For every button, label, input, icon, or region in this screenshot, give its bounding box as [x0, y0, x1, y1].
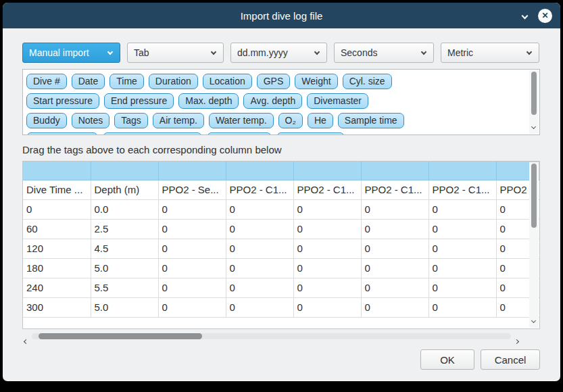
tag-date[interactable]: Date [72, 74, 105, 89]
table-cell: 0 [293, 239, 361, 258]
table-cell: 0 [158, 239, 226, 258]
tag-buddy[interactable]: Buddy [26, 113, 67, 128]
preview-table: Dive Time ...Depth (m)PPO2 - Se...PPO2 -… [22, 161, 540, 329]
tag-weight[interactable]: Weight [295, 74, 337, 89]
table-cell: 0 [293, 297, 361, 317]
tag-row: Sample depthSample temperatureSample pO₂… [25, 130, 526, 135]
tag-sample-depth[interactable]: Sample depth [26, 132, 98, 135]
tag-duration[interactable]: Duration [149, 74, 198, 89]
drop-target-cell[interactable] [158, 162, 226, 180]
table-cell: 240 [23, 278, 91, 297]
drop-target-cell[interactable] [293, 162, 361, 180]
tag-pool-scrollbar[interactable] [529, 70, 539, 134]
column-header: Dive Time ... [23, 180, 91, 199]
dialog-content: Manual import Tab dd.mm.yyyy Seconds Met… [3, 28, 560, 370]
chevron-down-icon [527, 49, 532, 54]
csv-preview: Dive Time ...Depth (m)PPO2 - Se...PPO2 -… [23, 162, 540, 318]
scroll-down-icon[interactable] [532, 119, 535, 131]
tag-sample-po[interactable]: Sample pO₂ [207, 132, 271, 135]
units-value: Metric [447, 47, 473, 58]
scrollbar-handle[interactable] [531, 164, 537, 228]
scrollbar-handle[interactable] [39, 333, 202, 339]
scroll-down-icon[interactable] [532, 313, 535, 325]
date-format-select[interactable]: dd.mm.yyyy [230, 43, 327, 63]
drop-target-cell[interactable] [361, 162, 429, 180]
column-header-row: Dive Time ...Depth (m)PPO2 - Se...PPO2 -… [23, 180, 540, 199]
tag-row: Dive #DateTimeDurationLocationGPSWeightC… [25, 72, 526, 91]
column-header: PPO2 - C1... [429, 180, 496, 199]
table-cell: 0 [226, 239, 293, 258]
date-format-value: dd.mm.yyyy [237, 47, 288, 58]
table-row: 1204.5000000 [23, 239, 540, 258]
table-cell: 5.0 [91, 297, 158, 317]
tag-sample-temperature[interactable]: Sample temperature [103, 132, 202, 135]
ok-button[interactable]: OK [420, 349, 474, 370]
window-title: Import dive log file [3, 10, 560, 22]
tag-max-depth[interactable]: Max. depth [178, 93, 239, 109]
tag-cyl-size[interactable]: Cyl. size [343, 74, 392, 89]
tag-dive[interactable]: Dive # [26, 74, 67, 89]
table-cell: 0 [226, 297, 293, 317]
table-cell: 0 [158, 258, 226, 278]
tag-end-pressure[interactable]: End pressure [104, 93, 174, 109]
tag-air-temp[interactable]: Air temp. [153, 113, 204, 128]
tag-rows: Dive #DateTimeDurationLocationGPSWeightC… [25, 72, 526, 135]
tag-location[interactable]: Location [203, 74, 252, 89]
tag-sample-time[interactable]: Sample time [338, 113, 404, 128]
scroll-left-icon[interactable] [24, 334, 28, 346]
table-cell: 5.0 [91, 258, 158, 278]
field-separator-select[interactable]: Tab [127, 43, 224, 63]
chevron-down-icon [421, 49, 426, 54]
units-select[interactable]: Metric [441, 43, 539, 63]
table-scrollbar-vertical[interactable] [529, 162, 539, 328]
table-cell: 0 [226, 199, 293, 219]
table-cell: 180 [23, 258, 91, 278]
drop-target-cell[interactable] [429, 162, 496, 180]
titlebar-buttons: ✕ [522, 3, 552, 28]
table-scrollbar-horizontal[interactable] [22, 331, 520, 341]
table-row: 3005.0000000 [23, 297, 540, 317]
column-header: Depth (m) [91, 180, 158, 199]
tag-start-pressure[interactable]: Start pressure [26, 93, 99, 109]
drop-target-cell[interactable] [23, 162, 91, 180]
tag-divemaster[interactable]: Divemaster [307, 93, 368, 109]
table-cell: 0 [226, 278, 293, 297]
tag-time[interactable]: Time [109, 74, 144, 89]
tag-gps[interactable]: GPS [257, 74, 291, 89]
shade-chevron-icon[interactable] [522, 9, 527, 21]
tag-water-temp[interactable]: Water temp. [209, 113, 274, 128]
table-cell: 0 [361, 199, 429, 219]
tag-notes[interactable]: Notes [72, 113, 110, 128]
import-dialog: Import dive log file ✕ Manual import Tab… [3, 3, 560, 381]
tag-he[interactable]: He [308, 113, 333, 128]
tag-avg-depth[interactable]: Avg. depth [243, 93, 302, 109]
drop-target-cell[interactable] [226, 162, 293, 180]
tag-tags[interactable]: Tags [114, 113, 148, 128]
close-icon[interactable]: ✕ [538, 9, 552, 23]
column-header: PPO2 - C1... [361, 180, 429, 199]
table-cell: 60 [23, 219, 91, 239]
chevron-down-icon [314, 49, 320, 54]
table-cell: 5.5 [91, 278, 158, 297]
table-cell: 0 [158, 297, 226, 317]
table-body: 00.0000000602.50000001204.50000001805.00… [23, 199, 540, 317]
column-header: PPO2 - C1... [293, 180, 361, 199]
table-cell: 0 [429, 297, 496, 317]
titlebar[interactable]: Import dive log file ✕ [3, 3, 560, 28]
table-cell: 0 [361, 239, 429, 258]
tag-o[interactable]: O₂ [278, 113, 303, 128]
column-header: PPO2 - Se... [158, 180, 226, 199]
import-type-value: Manual import [29, 47, 89, 58]
scrollbar-handle[interactable] [531, 72, 537, 115]
chevron-down-icon [211, 49, 216, 54]
tag-sample-cns[interactable]: Sample CNS [276, 132, 345, 135]
table-cell: 0 [429, 278, 496, 297]
scroll-right-icon[interactable] [515, 334, 518, 346]
table-cell: 2.5 [91, 219, 158, 239]
import-type-select[interactable]: Manual import [22, 43, 120, 63]
duration-format-select[interactable]: Seconds [334, 43, 434, 63]
duration-format-value: Seconds [341, 47, 377, 58]
table-row: 00.0000000 [23, 199, 540, 219]
drop-target-cell[interactable] [91, 162, 158, 180]
cancel-button[interactable]: Cancel [481, 349, 540, 370]
